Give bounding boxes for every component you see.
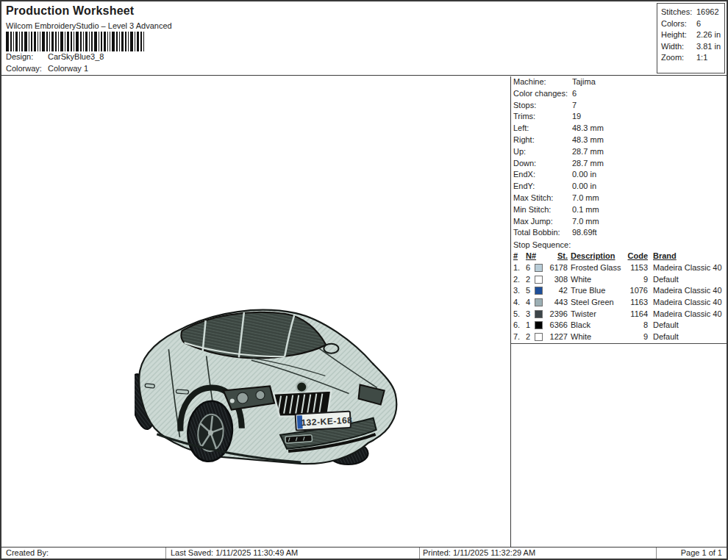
stop-row: 4. 4 443 Steel Green 1163 Madeira Classi… [511,297,727,309]
stat-width: Width:3.81 in [661,41,724,53]
colorway-value: Colorway 1 [48,64,88,73]
machine-info-row: Up:28.7 mm [511,146,727,158]
stat-colors: Colors:6 [661,18,724,30]
color-swatch [535,264,543,272]
design-value: CarSkyBlue3_8 [48,52,104,61]
stop-sequence-table: # N# St. Description Code Brand 1. 6 617… [511,251,727,344]
stop-row: 6. 1 6366 Black 8 Default [511,320,727,331]
color-swatch [535,333,543,341]
stop-sequence-bottom-border [511,343,727,344]
design-label: Design: [6,52,48,61]
design-preview-car: 132-KE-168 [135,304,401,470]
stat-stitches: Stitches:16962 [661,7,724,18]
machine-info-row: Right:48.3 mm [511,134,727,146]
footer-divider [656,548,657,559]
stop-sequence-title: Stop Sequence: [511,239,727,251]
brand-badge [296,381,307,392]
footer-page-number: Page 1 of 1 [681,548,722,559]
footer-last-saved: Last Saved: 1/11/2025 11:30:49 AM [171,548,298,559]
app-subtitle: Wilcom EmbroideryStudio – Level 3 Advanc… [6,21,172,30]
footer-printed: Printed: 1/11/2025 11:32:29 AM [423,548,535,559]
machine-info-panel: Machine:Tajima Color changes:6 Stops:7 T… [510,76,727,547]
stop-row: 1. 6 6178 Frosted Glass 1153 Madeira Cla… [511,262,727,274]
design-name-row: Design:CarSkyBlue3_8 [6,52,104,61]
machine-info-row: Color changes:6 [511,88,727,100]
machine-info-row: Max Jump:7.0 mm [511,216,727,228]
color-swatch [535,321,543,329]
header: Production Worksheet Wilcom EmbroiderySt… [1,1,727,76]
machine-info-row: EndX:0.00 in [511,169,727,181]
stop-row: 5. 3 2396 Twister 1164 Madeira Classic 4… [511,309,727,320]
design-preview: 132-KE-168 [135,304,401,470]
colorway-row: Colorway:Colorway 1 [6,64,88,73]
stop-sequence-header: # N# St. Description Code Brand [511,251,727,262]
design-stats-box: Stitches:16962 Colors:6 Height:2.26 in W… [657,3,725,73]
colorway-label: Colorway: [6,64,48,73]
machine-info-row: EndY:0.00 in [511,181,727,193]
stop-row: 3. 5 42 True Blue 1076 Madeira Classic 4… [511,285,727,297]
design-preview-area: 132-KE-168 [1,76,510,547]
machine-info-row: Max Stitch:7.0 mm [511,193,727,204]
machine-info-row: Total Bobbin:98.69ft [511,227,727,239]
color-swatch [535,298,543,306]
stop-row: 7. 2 1227 White 9 Default [511,331,727,343]
machine-info-row: Trims:19 [511,111,727,123]
color-swatch [535,276,543,284]
stat-height: Height:2.26 in [661,29,724,41]
footer: Created By: Last Saved: 1/11/2025 11:30:… [1,547,727,559]
production-worksheet-page: Production Worksheet Wilcom EmbroiderySt… [0,0,728,560]
color-swatch [535,310,543,318]
footer-divider [419,548,420,559]
side-mirror [324,344,338,353]
machine-info-row: Machine:Tajima [511,76,727,88]
footer-divider [165,548,166,559]
machine-info-row: Left:48.3 mm [511,123,727,134]
stop-row: 2. 2 308 White 9 Default [511,274,727,286]
machine-info-row: Min Stitch:0.1 mm [511,204,727,216]
barcode [6,32,146,51]
door-handle-rear [145,384,155,388]
drl-left [285,435,313,444]
machine-info-row: Stops:7 [511,100,727,112]
door-handle-front [176,390,188,394]
page-title: Production Worksheet [6,4,134,18]
machine-info-row: Down:28.7 mm [511,158,727,170]
stat-zoom: Zoom:1:1 [661,52,724,64]
footer-created-by: Created By: [6,548,49,559]
license-plate: 132-KE-168 [296,412,353,431]
color-swatch [535,287,543,295]
